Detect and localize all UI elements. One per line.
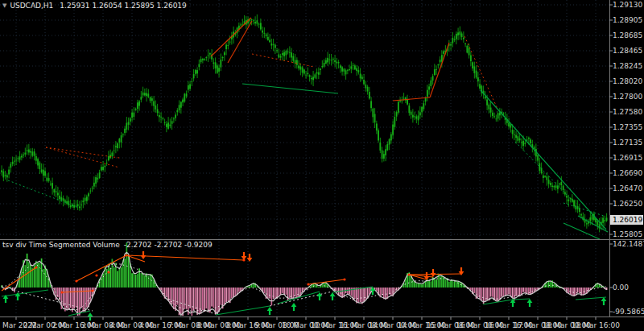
indicator-values: -2.2702 -2.2702 -0.9209 [124, 241, 213, 249]
current-price-box: 1.26019 [610, 215, 643, 225]
collapse-icon[interactable]: ▼ [2, 2, 6, 9]
indicator-name: tsv div Time Segmented Volume [2, 241, 120, 249]
time-axis-label: 18 Mar 16:00 [572, 321, 620, 329]
chart-window: ▼USDCAD,H11.25931 1.26054 1.25895 1.2601… [0, 0, 644, 331]
chart-header: ▼USDCAD,H11.25931 1.26054 1.25895 1.2601… [2, 2, 187, 10]
current-price-value: 1.26019 [613, 216, 642, 224]
chart-symbol-title: USDCAD,H1 [10, 2, 53, 10]
time-axis[interactable]: 1 Mar 20222 Mar 00:002 Mar 16:003 Mar 08… [0, 0, 644, 331]
indicator-header: tsv div Time Segmented Volume-2.2702 -2.… [2, 241, 213, 249]
chart-ohlc-values: 1.25931 1.26054 1.25895 1.26019 [60, 2, 186, 10]
